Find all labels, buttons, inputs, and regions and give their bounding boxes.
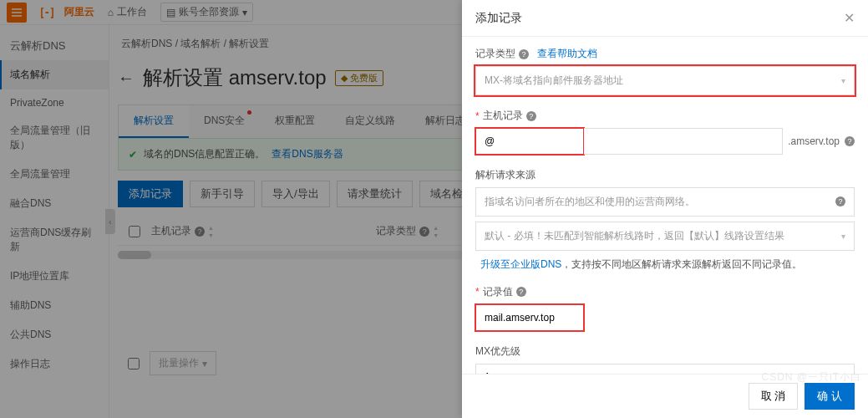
- tab-dns-security[interactable]: DNS安全: [189, 105, 260, 138]
- breadcrumb-mid[interactable]: 域名解析: [180, 38, 221, 49]
- sidebar-item-secondary-dns[interactable]: 辅助DNS: [0, 291, 109, 320]
- free-version-badge: ◆ 免费版: [335, 70, 383, 86]
- view-dns-link[interactable]: 查看DNS服务器: [272, 147, 343, 161]
- batch-action-select[interactable]: 批量操作▾: [150, 351, 216, 375]
- sidebar-item-logs[interactable]: 操作日志: [0, 349, 109, 379]
- help-icon[interactable]: ?: [419, 227, 429, 237]
- batch-checkbox[interactable]: [128, 358, 140, 370]
- stack-icon: ▤: [166, 7, 175, 18]
- sort-icon[interactable]: [433, 226, 441, 237]
- record-type-label: 记录类型: [475, 47, 515, 61]
- tab-resolve-settings[interactable]: 解析设置: [119, 105, 189, 138]
- back-arrow-icon[interactable]: ←: [118, 69, 135, 88]
- add-record-button[interactable]: 添加记录: [118, 181, 183, 207]
- th-host[interactable]: 主机记录?: [151, 224, 376, 238]
- help-icon[interactable]: ?: [519, 49, 529, 59]
- record-value-input[interactable]: [475, 304, 584, 331]
- help-icon[interactable]: ?: [526, 111, 536, 121]
- sidebar-item-fusion-dns[interactable]: 融合DNS: [0, 189, 109, 218]
- chevron-down-icon: ▾: [202, 358, 207, 370]
- import-export-button[interactable]: 导入/导出: [261, 181, 330, 207]
- sidebar-item-domain-resolve[interactable]: 域名解析: [0, 60, 109, 89]
- domain-suffix: .amserv.top: [788, 135, 840, 147]
- chevron-down-icon: ▾: [841, 232, 845, 241]
- chevron-down-icon: ▾: [841, 76, 845, 85]
- mx-priority-label: MX优先级: [475, 344, 520, 359]
- sort-icon[interactable]: [208, 226, 216, 237]
- request-stats-button[interactable]: 请求量统计: [337, 181, 413, 207]
- add-record-drawer: 添加记录 ✕ 记录类型 ? 查看帮助文档 MX-将域名指向邮件服务器地址 ▾ *…: [462, 0, 868, 418]
- record-value-label: 记录值: [483, 285, 513, 299]
- line-description: 指域名访问者所在的地区和使用的运营商网络。 ?: [475, 187, 855, 217]
- account-scope-select[interactable]: ▤ 账号全部资源 ▾: [160, 3, 253, 22]
- confirm-button[interactable]: 确 认: [805, 383, 855, 410]
- breadcrumb-root[interactable]: 云解析DNS: [121, 38, 172, 49]
- drawer-header: 添加记录 ✕: [462, 0, 868, 37]
- drawer-body: 记录类型 ? 查看帮助文档 MX-将域名指向邮件服务器地址 ▾ * 主机记录 ?…: [462, 37, 868, 418]
- line-upgrade-note: 升级至企业版DNS，支持按不同地区解析请求来源解析返回不同记录值。: [475, 257, 855, 272]
- drawer-title: 添加记录: [475, 11, 522, 26]
- scroll-thumb[interactable]: [118, 251, 151, 259]
- tab-custom-line[interactable]: 自定义线路: [330, 105, 410, 138]
- tab-weight[interactable]: 权重配置: [260, 105, 330, 138]
- watermark: CSDN @一只iT小白: [761, 370, 861, 385]
- sidebar-item-isp-cache[interactable]: 运营商DNS缓存刷新: [0, 218, 109, 262]
- sidebar-collapse-handle[interactable]: ‹: [105, 209, 115, 234]
- host-record-input[interactable]: [475, 128, 584, 155]
- hamburger-button[interactable]: [7, 3, 27, 23]
- help-icon[interactable]: ?: [835, 196, 845, 206]
- chevron-down-icon: ▾: [242, 7, 247, 18]
- logo-text: 阿里云: [64, 5, 94, 19]
- host-record-input-ext[interactable]: [584, 128, 783, 155]
- help-icon[interactable]: ?: [195, 227, 205, 237]
- logo[interactable]: ［-］ 阿里云: [33, 5, 94, 20]
- sidebar: 云解析DNS 域名解析 PrivateZone 全局流量管理（旧版） 全局流量管…: [0, 25, 109, 418]
- success-check-icon: ✔: [129, 149, 137, 161]
- help-icon[interactable]: ?: [516, 287, 526, 297]
- sidebar-item-geo-ip[interactable]: IP地理位置库: [0, 262, 109, 291]
- select-all-checkbox[interactable]: [129, 226, 140, 237]
- upgrade-link[interactable]: 升级至企业版DNS: [480, 258, 561, 270]
- dns-status-text: 域名的DNS信息配置正确。: [144, 147, 265, 161]
- page-title: 解析设置 amserv.top: [143, 64, 327, 91]
- line-select[interactable]: 默认 - 必填！未匹配到智能解析线路时，返回【默认】线路设置结果 ▾: [475, 222, 855, 251]
- sidebar-item-public-dns[interactable]: 公共DNS: [0, 320, 109, 349]
- sidebar-item-privatezone[interactable]: PrivateZone: [0, 89, 109, 116]
- help-icon[interactable]: ?: [845, 136, 855, 146]
- notification-dot-icon: [247, 110, 251, 115]
- breadcrumb-leaf: 解析设置: [229, 38, 269, 49]
- guide-button[interactable]: 新手引导: [190, 181, 255, 207]
- sidebar-item-gtm-old[interactable]: 全局流量管理（旧版）: [0, 116, 109, 160]
- record-type-select[interactable]: MX-将域名指向邮件服务器地址 ▾: [475, 66, 855, 95]
- badge-icon: ◆: [341, 73, 348, 84]
- host-record-label: 主机记录: [483, 109, 523, 123]
- sidebar-title: 云解析DNS: [0, 32, 109, 60]
- help-doc-link[interactable]: 查看帮助文档: [537, 47, 597, 61]
- home-icon: ⌂: [108, 7, 114, 18]
- cancel-button[interactable]: 取 消: [749, 383, 799, 410]
- close-icon[interactable]: ✕: [844, 10, 855, 26]
- aliyun-logo-icon: ［-］: [33, 5, 61, 20]
- line-label: 解析请求来源: [475, 168, 536, 182]
- sidebar-item-gtm[interactable]: 全局流量管理: [0, 160, 109, 189]
- workspace-link[interactable]: ⌂ 工作台: [101, 5, 154, 19]
